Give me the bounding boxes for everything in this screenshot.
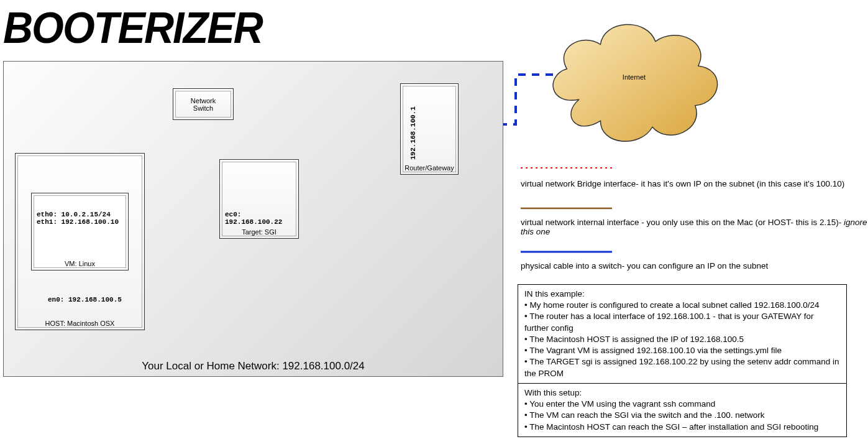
router-label: Router/Gateway xyxy=(401,164,458,172)
legend-internal-text: virtual network internal interface - you… xyxy=(521,218,841,227)
vm-eth0: eth0: 10.0.2.15/24 xyxy=(37,211,111,218)
network-switch-node: Network Switch xyxy=(173,88,234,120)
info-box-setup: With this setup: • You enter the VM usin… xyxy=(518,383,847,437)
legend-physical: physical cable into a switch- you can co… xyxy=(521,261,768,270)
switch-label: Network Switch xyxy=(173,97,233,112)
legend-internal: virtual network internal interface - you… xyxy=(521,218,868,236)
router-ip: 192.168.100.1 xyxy=(409,106,417,160)
info2-b2: • The VM can reach the SGI via the switc… xyxy=(524,410,840,421)
info1-b3: • The Macintosh HOST is assigned the IP … xyxy=(524,334,840,345)
router-node: 192.168.100.1 Router/Gateway xyxy=(400,83,459,175)
info-box-example: IN this example: • My home router is con… xyxy=(518,284,847,384)
info1-b2: • The router has a local interface of 19… xyxy=(524,311,840,333)
network-caption: Your Local or Home Network: 192.168.100.… xyxy=(4,360,503,372)
page-title: BOOTERIZER xyxy=(3,3,262,53)
info2-b1: • You enter the VM using the vagrant ssh… xyxy=(524,399,840,410)
target-ec0: ec0: 192.168.100.22 xyxy=(225,211,298,226)
info1-b4: • The Vagrant VM is assigned 192.168.100… xyxy=(524,345,840,356)
host-label: HOST: Macintosh OSX xyxy=(16,320,144,327)
info2-b3: • The Macintosh HOST can reach the SGI –… xyxy=(524,422,840,433)
legend-bridge: virtual network Bridge interface- it has… xyxy=(521,179,844,188)
info2-head: With this setup: xyxy=(524,387,840,399)
vm-label: VM: Linux xyxy=(32,260,128,267)
internet-label: Internet xyxy=(542,73,726,81)
info1-b5: • The TARGET sgi is assigned 192.168.100… xyxy=(524,356,840,379)
target-node: ec0: 192.168.100.22 Target: SGI xyxy=(219,159,299,239)
vm-eth1: eth1: 192.168.100.10 xyxy=(37,218,119,226)
target-label: Target: SGI xyxy=(220,228,298,236)
info1-head: IN this example: xyxy=(524,289,840,300)
internet-cloud: Internet xyxy=(542,11,726,151)
info1-b1: • My home router is configured to create… xyxy=(524,300,840,311)
vm-node: eth0: 10.0.2.15/24 eth1: 192.168.100.10 … xyxy=(31,193,129,270)
host-en0: en0: 192.168.100.5 xyxy=(48,296,122,303)
